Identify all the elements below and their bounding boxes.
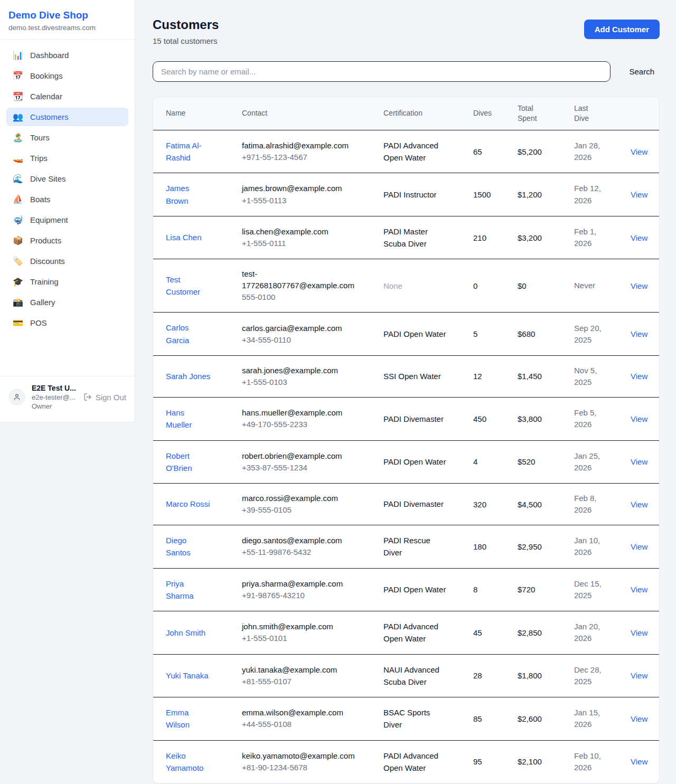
sidebar-item-label: Customers <box>30 112 69 121</box>
customer-name-link[interactable]: Robert O'Brien <box>166 450 212 475</box>
name-cell: Priya Sharma <box>153 568 242 611</box>
customer-name-link[interactable]: Emma Wilson <box>166 706 212 731</box>
last-dive-date: Sep 20, 2025 <box>574 323 604 346</box>
sidebar-item-label: Dashboard <box>30 51 69 60</box>
view-link[interactable]: View <box>631 233 647 242</box>
total-spent: $3,200 <box>518 216 574 259</box>
name-cell: Lisa Chen <box>153 216 242 259</box>
total-spent: $3,800 <box>518 398 574 441</box>
customer-name-link[interactable]: John Smith <box>166 627 205 639</box>
main-content: Customers 15 total customers Add Custome… <box>135 0 676 783</box>
sidebar-item-calendar[interactable]: 📆Calendar <box>6 87 128 106</box>
last-dive-cell: Jan 10, 2026 <box>574 525 631 569</box>
sidebar-item-trips[interactable]: 🚤Trips <box>6 149 128 167</box>
customers-table-card: NameContactCertificationDivesTotal Spent… <box>153 97 660 783</box>
view-link[interactable]: View <box>631 281 647 290</box>
table-row: Emma Wilsonemma.wilson@example.com+44-55… <box>153 697 660 741</box>
table-row: John Smithjohn.smith@example.com+1-555-0… <box>153 611 660 655</box>
view-link[interactable]: View <box>631 714 647 723</box>
sidebar-item-dive-sites[interactable]: 🌊Dive Sites <box>6 169 128 188</box>
name-cell: Fatima Al-Rashid <box>153 130 242 173</box>
sidebar-item-label: Trips <box>30 154 48 163</box>
search-button[interactable]: Search <box>624 63 660 80</box>
customer-name-link[interactable]: Test Customer <box>166 273 212 298</box>
customer-phone: +81-555-0107 <box>242 676 375 687</box>
view-link[interactable]: View <box>631 329 647 338</box>
sidebar-item-boats[interactable]: ⛵Boats <box>6 190 128 209</box>
logout-icon <box>83 393 92 401</box>
shop-domain: demo.test.divestreams.com <box>8 24 126 32</box>
view-link[interactable]: View <box>631 190 647 199</box>
tag-icon: 🏷️ <box>13 257 23 266</box>
page-title: Customers <box>153 17 219 32</box>
view-link[interactable]: View <box>631 757 647 766</box>
add-customer-button[interactable]: Add Customer <box>584 20 660 39</box>
customer-name-link[interactable]: Yuki Tanaka <box>166 669 209 682</box>
certification: PADI Open Water <box>383 328 449 340</box>
last-dive-cell: Feb 12, 2026 <box>574 173 631 216</box>
view-link[interactable]: View <box>631 457 647 466</box>
sidebar-item-dashboard[interactable]: 📊Dashboard <box>6 46 128 64</box>
customer-name-link[interactable]: Fatima Al-Rashid <box>166 139 212 164</box>
customer-name-link[interactable]: Carlos Garcia <box>166 322 212 346</box>
certification: PADI Advanced Open Water <box>383 620 449 645</box>
last-dive-date: Feb 5, 2026 <box>574 407 604 430</box>
sidebar-item-products[interactable]: 📦Products <box>6 231 128 250</box>
certification: PADI Advanced Open Water <box>383 750 449 774</box>
sidebar-item-training[interactable]: 🎓Training <box>6 272 128 291</box>
sign-out-button[interactable]: Sign Out <box>83 393 126 402</box>
last-dive-cell: Feb 8, 2026 <box>574 484 631 525</box>
view-link[interactable]: View <box>631 671 647 680</box>
column-header-name: Name <box>153 97 242 130</box>
table-row: Robert O'Brienrobert.obrien@example.com+… <box>153 440 660 484</box>
customer-name-link[interactable]: Diego Santos <box>166 534 212 559</box>
view-link[interactable]: View <box>631 147 647 156</box>
view-link[interactable]: View <box>631 414 647 423</box>
customer-name-link[interactable]: Priya Sharma <box>166 578 212 602</box>
name-cell: Test Customer <box>153 259 242 313</box>
sidebar-item-label: Calendar <box>30 92 62 101</box>
shop-name: Demo Dive Shop <box>8 10 126 21</box>
sidebar-item-customers[interactable]: 👥Customers <box>6 108 128 126</box>
sidebar-nav: 📊Dashboard📅Bookings📆Calendar👥Customers🏝️… <box>0 40 135 341</box>
view-link[interactable]: View <box>631 628 647 637</box>
column-header-label: Dives <box>473 108 509 118</box>
sidebar-user-section: E2E Test U... e2e-tester@... Owner Sign … <box>0 376 135 422</box>
speedboat-icon: 🚤 <box>13 154 23 163</box>
view-link[interactable]: View <box>631 542 647 551</box>
search-input[interactable] <box>153 61 611 82</box>
sidebar-item-discounts[interactable]: 🏷️Discounts <box>6 252 128 270</box>
actions-cell: View <box>631 173 660 216</box>
customer-name-link[interactable]: Sarah Jones <box>166 370 210 382</box>
certification-cell: PADI Advanced Open Water <box>383 611 473 655</box>
sidebar-item-gallery[interactable]: 📸Gallery <box>6 293 128 311</box>
credit-card-icon: 💳 <box>13 319 23 327</box>
total-spent: $4,500 <box>518 484 574 525</box>
customer-name-link[interactable]: James Brown <box>166 182 212 207</box>
sidebar-header: Demo Dive Shop demo.test.divestreams.com <box>0 0 135 40</box>
customer-name-link[interactable]: Hans Mueller <box>166 407 212 431</box>
contact-cell: diego.santos@example.com+55-11-99876-543… <box>242 525 383 569</box>
sidebar-item-bookings[interactable]: 📅Bookings <box>6 67 128 85</box>
last-dive-cell: Feb 1, 2026 <box>574 216 631 259</box>
view-link[interactable]: View <box>631 372 647 381</box>
customer-name-link[interactable]: Keiko Yamamoto <box>166 750 212 774</box>
view-link[interactable]: View <box>631 585 647 594</box>
sidebar-item-tours[interactable]: 🏝️Tours <box>6 128 128 147</box>
sidebar-item-equipment[interactable]: 🤿Equipment <box>6 211 128 229</box>
customer-email: sarah.jones@example.com <box>242 365 366 376</box>
column-header-contact: Contact <box>242 97 383 130</box>
last-dive-date: Jan 28, 2026 <box>574 140 604 163</box>
sidebar-item-label: Bookings <box>30 71 63 80</box>
customer-name-link[interactable]: Lisa Chen <box>166 231 202 243</box>
column-header-cert: Certification <box>383 97 473 130</box>
view-link[interactable]: View <box>631 500 647 509</box>
sidebar-item-label: Products <box>30 236 61 245</box>
total-spent: $1,800 <box>518 654 574 697</box>
certification: PADI Divemaster <box>383 413 449 425</box>
sidebar-item-pos[interactable]: 💳POS <box>6 314 128 332</box>
certification-cell: None <box>383 259 473 313</box>
actions-cell: View <box>631 740 660 783</box>
customer-name-link[interactable]: Marco Rossi <box>166 498 210 510</box>
dives-count: 1500 <box>473 173 518 216</box>
